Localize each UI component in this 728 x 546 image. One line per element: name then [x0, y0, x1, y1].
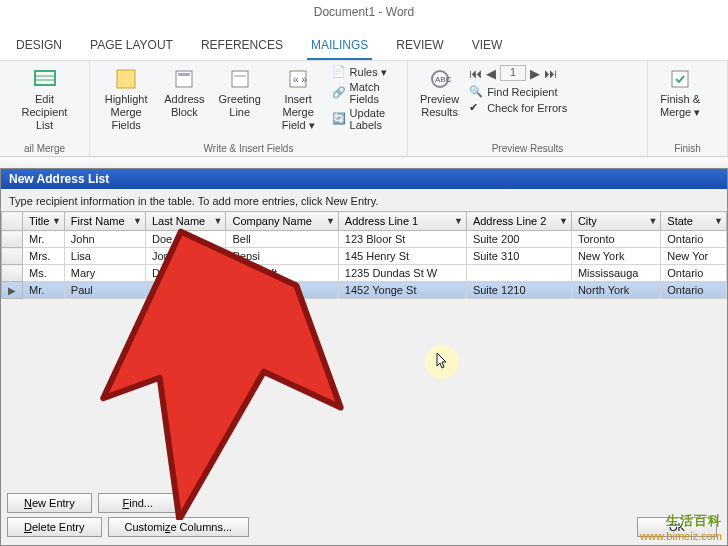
cursor-highlight [425, 345, 459, 379]
match-fields-button[interactable]: 🔗Match Fields [332, 81, 399, 105]
cell[interactable]: New Yor [661, 248, 727, 265]
cell[interactable]: Ontario [661, 265, 727, 282]
dropdown-icon[interactable]: ▼ [714, 216, 723, 226]
dropdown-icon[interactable]: ▼ [214, 216, 223, 226]
cell[interactable]: Suite 310 [466, 248, 571, 265]
highlight-merge-fields-button[interactable]: Highlight Merge Fields [98, 65, 154, 135]
table-row[interactable]: Ms.MaryDunnMicrosoft1235 Dundas St WMiss… [2, 265, 727, 282]
dropdown-icon[interactable]: ▼ [133, 216, 142, 226]
cell[interactable]: North York [571, 282, 660, 299]
ribbon: Edit Recipient List ail Merge Highlight … [0, 61, 728, 157]
preview-results-button[interactable]: ABC Preview Results [416, 65, 463, 121]
column-header[interactable]: Company Name▼ [226, 212, 338, 231]
tab-page-layout[interactable]: PAGE LAYOUT [86, 32, 177, 60]
column-header[interactable]: State▼ [661, 212, 727, 231]
address-icon [172, 67, 196, 91]
cell[interactable]: Doe [145, 231, 225, 248]
insert-merge-field-button[interactable]: « » Insert Merge Field ▾ [271, 65, 326, 135]
insert-merge-icon: « » [286, 67, 310, 91]
tab-references[interactable]: REFERENCES [197, 32, 287, 60]
customize-columns-button[interactable]: Customize Columns... [108, 517, 250, 537]
cell[interactable]: Mr. [23, 282, 65, 299]
tab-view[interactable]: VIEW [468, 32, 507, 60]
cell[interactable]: 1452 Yonge St [338, 282, 466, 299]
row-selector[interactable] [2, 248, 23, 265]
cell[interactable]: Ontario [661, 282, 727, 299]
watermark-url: www.bimeiz.com [640, 530, 722, 542]
find-button[interactable]: Find... [98, 493, 178, 513]
table-row[interactable]: Mr.JohnDoeBell123 Bloor StSuite 200Toron… [2, 231, 727, 248]
cell[interactable]: New York [571, 248, 660, 265]
finish-icon [668, 67, 692, 91]
cell[interactable]: Ms. [23, 265, 65, 282]
table-row[interactable]: ▶Mr.PaulRocheApple1452 Yonge StSuite 121… [2, 282, 727, 299]
dropdown-icon[interactable]: ▼ [326, 216, 335, 226]
dropdown-icon[interactable]: ▼ [52, 216, 61, 226]
cell[interactable]: Suite 200 [466, 231, 571, 248]
cell[interactable]: Bell [226, 231, 338, 248]
cell[interactable]: Roche [145, 282, 225, 299]
cell[interactable]: Apple [226, 282, 338, 299]
cell[interactable]: John [64, 231, 145, 248]
cell[interactable]: Toronto [571, 231, 660, 248]
column-header[interactable]: Last Name▼ [145, 212, 225, 231]
cell[interactable]: Mary [64, 265, 145, 282]
cell[interactable]: Microsoft [226, 265, 338, 282]
cell[interactable]: 145 Henry St [338, 248, 466, 265]
next-record-icon[interactable]: ▶ [530, 66, 540, 81]
cell[interactable]: 123 Bloor St [338, 231, 466, 248]
find-recipient-button[interactable]: 🔍Find Recipient [469, 85, 567, 99]
cell[interactable] [466, 265, 571, 282]
column-header[interactable]: Address Line 2▼ [466, 212, 571, 231]
cell[interactable]: Pepsi [226, 248, 338, 265]
svg-rect-5 [178, 73, 190, 76]
first-record-icon[interactable]: ⏮ [469, 66, 482, 81]
rules-button[interactable]: 📄Rules ▾ [332, 65, 399, 79]
new-entry-button[interactable]: NNew Entryew Entry [7, 493, 92, 513]
update-labels-button[interactable]: 🔄Update Labels [332, 107, 399, 131]
insert-merge-label: Insert Merge Field ▾ [275, 93, 322, 133]
cell[interactable]: Ontario [661, 231, 727, 248]
column-header[interactable]: First Name▼ [64, 212, 145, 231]
dropdown-icon[interactable]: ▼ [559, 216, 568, 226]
cell[interactable]: Mrs. [23, 248, 65, 265]
svg-rect-0 [35, 71, 55, 85]
column-header[interactable]: Address Line 1▼ [338, 212, 466, 231]
address-block-button[interactable]: Address Block [160, 65, 208, 121]
record-nav[interactable]: ⏮ ◀ 1 ▶ ⏭ [469, 65, 567, 81]
cell[interactable]: Jones [145, 248, 225, 265]
greeting-line-button[interactable]: Greeting Line [215, 65, 265, 121]
tab-design[interactable]: DESIGN [12, 32, 66, 60]
last-record-icon[interactable]: ⏭ [544, 66, 557, 81]
tab-review[interactable]: REVIEW [392, 32, 447, 60]
rules-icon: 📄 [332, 65, 346, 79]
address-grid[interactable]: Title▼First Name▼Last Name▼Company Name▼… [1, 211, 727, 299]
tab-mailings[interactable]: MAILINGS [307, 32, 372, 60]
dropdown-icon[interactable]: ▼ [648, 216, 657, 226]
check-errors-button[interactable]: ✔Check for Errors [469, 101, 567, 115]
column-header[interactable]: City▼ [571, 212, 660, 231]
cell[interactable]: 1235 Dundas St W [338, 265, 466, 282]
cell[interactable]: Mississauga [571, 265, 660, 282]
record-number[interactable]: 1 [500, 65, 526, 81]
row-selector[interactable] [2, 265, 23, 282]
table-row[interactable]: Mrs.LisaJonesPepsi145 Henry StSuite 310N… [2, 248, 727, 265]
edit-recipient-list-button[interactable]: Edit Recipient List [8, 65, 81, 135]
preview-icon: ABC [428, 67, 452, 91]
cell[interactable]: Dunn [145, 265, 225, 282]
greeting-label: Greeting Line [219, 93, 261, 119]
greeting-icon [228, 67, 252, 91]
delete-entry-button[interactable]: Delete Entry [7, 517, 102, 537]
column-header[interactable]: Title▼ [23, 212, 65, 231]
row-selector[interactable] [2, 231, 23, 248]
row-selector[interactable]: ▶ [2, 282, 23, 299]
dropdown-icon[interactable]: ▼ [454, 216, 463, 226]
cell[interactable]: Mr. [23, 231, 65, 248]
cell[interactable]: Lisa [64, 248, 145, 265]
finish-merge-button[interactable]: Finish & Merge ▾ [656, 65, 704, 121]
cell[interactable]: Suite 1210 [466, 282, 571, 299]
edit-recipient-label: Edit Recipient List [12, 93, 77, 133]
prev-record-icon[interactable]: ◀ [486, 66, 496, 81]
find-recipient-label: Find Recipient [487, 86, 557, 98]
cell[interactable]: Paul [64, 282, 145, 299]
